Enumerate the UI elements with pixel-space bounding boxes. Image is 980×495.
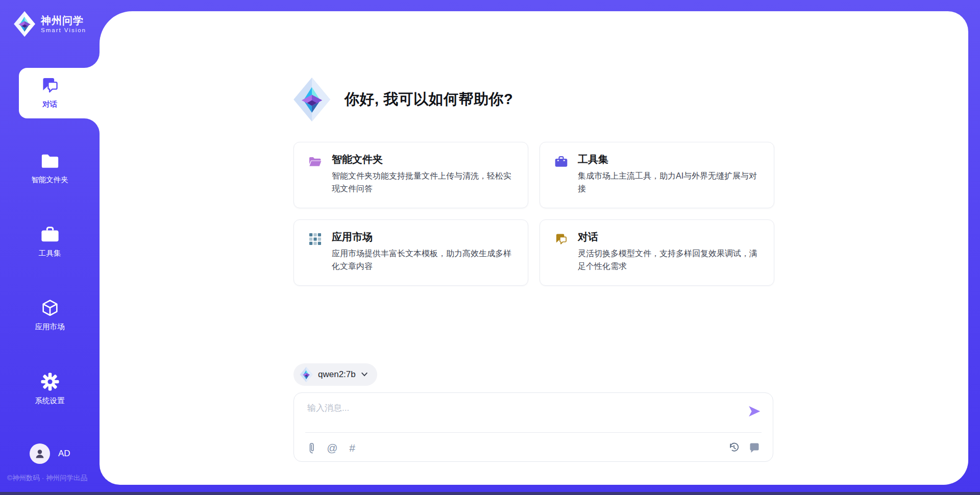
- feature-cards: 智能文件夹 智能文件夹功能支持批量文件上传与清洗，轻松实现文件问答 工具集 集成…: [293, 142, 774, 286]
- sidebar-item-chat[interactable]: 对话: [0, 76, 100, 109]
- sidebar-item-settings[interactable]: 系统设置: [0, 372, 100, 406]
- card-chat[interactable]: 对话 灵活切换多模型文件，支持多样回复效果调试，满足个性化需求: [540, 219, 774, 286]
- chat-bubbles-icon: [554, 232, 568, 246]
- message-input[interactable]: [306, 401, 727, 430]
- cube-icon: [40, 298, 60, 317]
- sidebar-item-label: 应用市场: [35, 322, 65, 332]
- sidebar-item-smart-folder[interactable]: 智能文件夹: [0, 151, 100, 185]
- bottom-strip: [0, 492, 980, 495]
- send-icon: [747, 404, 762, 418]
- greeting-title: 你好, 我可以如何帮助你?: [345, 89, 513, 110]
- at-icon[interactable]: @: [326, 441, 338, 454]
- tab-corner-top: [84, 53, 100, 68]
- brand-diamond-icon: [13, 11, 36, 37]
- send-button[interactable]: [747, 404, 762, 418]
- card-description: 集成市场上主流工具，助力AI与外界无缝扩展与对接: [578, 170, 764, 195]
- card-description: 灵活切换多模型文件，支持多样回复效果调试，满足个性化需求: [578, 247, 764, 273]
- card-title: 对话: [578, 230, 598, 244]
- history-icon[interactable]: [728, 441, 740, 454]
- card-title: 应用市场: [332, 230, 373, 244]
- brand-subtitle: Smart Vision: [41, 27, 86, 33]
- open-folder-icon: [308, 155, 322, 168]
- chevron-down-icon: [361, 372, 368, 378]
- person-icon: [34, 448, 46, 460]
- card-smart-folder[interactable]: 智能文件夹 智能文件夹功能支持批量文件上传与清洗，轻松实现文件问答: [293, 142, 528, 208]
- composer-toolbar: @ #: [306, 439, 761, 456]
- user-account[interactable]: AD: [30, 443, 70, 464]
- card-toolset[interactable]: 工具集 集成市场上主流工具，助力AI与外界无缝扩展与对接: [540, 142, 774, 208]
- composer-divider: [305, 432, 762, 433]
- model-selector[interactable]: qwen2:7b: [293, 363, 377, 386]
- card-description: 应用市场提供丰富长文本模板，助力高效生成多样化文章内容: [332, 247, 518, 273]
- sidebar-footer-credit: ©神州数码 · 神州问学出品: [7, 474, 87, 483]
- gear-icon: [40, 372, 60, 391]
- apps-grid-icon: [308, 232, 322, 246]
- sidebar-item-label: 工具集: [39, 249, 61, 258]
- brand-name: 神州问学: [41, 15, 86, 26]
- hash-icon[interactable]: #: [346, 441, 358, 454]
- app-logo: 神州问学 Smart Vision: [13, 11, 86, 37]
- sidebar-item-toolset[interactable]: 工具集: [0, 225, 100, 258]
- greeting-diamond-icon: [293, 78, 330, 121]
- user-name: AD: [58, 449, 70, 459]
- message-composer: @ #: [293, 392, 773, 462]
- chat-bubbles-icon: [40, 76, 60, 95]
- card-description: 智能文件夹功能支持批量文件上传与清洗，轻松实现文件问答: [332, 170, 518, 195]
- tab-corner-bottom: [84, 118, 100, 134]
- model-diamond-icon: [300, 367, 313, 382]
- sidebar-item-label: 系统设置: [35, 396, 65, 406]
- comment-icon[interactable]: [748, 441, 761, 454]
- card-title: 工具集: [578, 153, 608, 166]
- card-title: 智能文件夹: [332, 153, 383, 166]
- paperclip-icon[interactable]: [306, 441, 318, 454]
- sidebar-item-app-market[interactable]: 应用市场: [0, 298, 100, 332]
- sidebar-item-label: 对话: [42, 100, 57, 109]
- toolbox-icon: [40, 225, 60, 244]
- sidebar-item-label: 智能文件夹: [31, 175, 68, 185]
- model-name: qwen2:7b: [318, 369, 356, 380]
- main-panel: 你好, 我可以如何帮助你? 智能文件夹 智能文件夹功能支持批量文件上传与清洗，轻…: [100, 11, 968, 485]
- folder-icon: [40, 151, 60, 170]
- toolbox-icon: [554, 155, 568, 168]
- card-app-market[interactable]: 应用市场 应用市场提供丰富长文本模板，助力高效生成多样化文章内容: [293, 219, 528, 286]
- avatar: [30, 443, 50, 464]
- greeting: 你好, 我可以如何帮助你?: [293, 78, 513, 121]
